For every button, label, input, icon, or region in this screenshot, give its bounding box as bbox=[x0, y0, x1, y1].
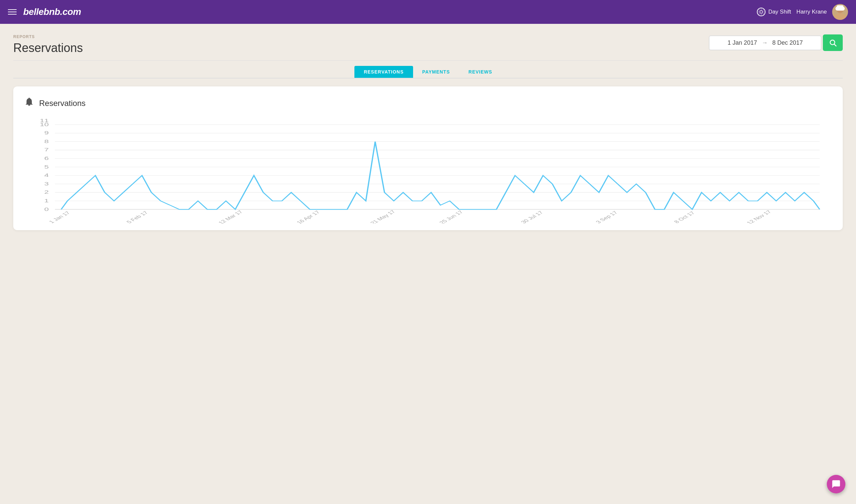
svg-text:6: 6 bbox=[44, 156, 49, 161]
app-logo: bellebnb.com bbox=[23, 7, 81, 17]
svg-text:12 Mar 17: 12 Mar 17 bbox=[217, 210, 244, 223]
tabs-row: RESERVATIONS PAYMENTS REVIEWS bbox=[13, 66, 843, 78]
svg-text:11: 11 bbox=[40, 118, 49, 123]
svg-text:7: 7 bbox=[44, 147, 49, 152]
date-arrow: → bbox=[762, 39, 768, 47]
svg-line-8 bbox=[763, 10, 764, 10]
tab-payments[interactable]: PAYMENTS bbox=[413, 66, 459, 78]
svg-text:12 Nov 17: 12 Nov 17 bbox=[745, 210, 773, 223]
tab-reservations[interactable]: RESERVATIONS bbox=[355, 66, 413, 78]
svg-line-14 bbox=[835, 44, 836, 47]
svg-text:2: 2 bbox=[44, 190, 49, 195]
menu-button[interactable] bbox=[8, 9, 17, 15]
tab-reviews[interactable]: REVIEWS bbox=[459, 66, 501, 78]
date-end: 8 Dec 2017 bbox=[772, 39, 803, 47]
svg-text:16 Apr 17: 16 Apr 17 bbox=[295, 210, 321, 223]
breadcrumb: REPORTS bbox=[13, 34, 83, 39]
svg-text:1: 1 bbox=[44, 198, 49, 203]
svg-text:5: 5 bbox=[44, 164, 49, 169]
page-title: Reservations bbox=[13, 41, 83, 55]
svg-text:25 Jun 17: 25 Jun 17 bbox=[438, 210, 465, 223]
date-search-row: 1 Jan 2017 → 8 Dec 2017 bbox=[709, 34, 843, 51]
bell-icon bbox=[24, 97, 34, 110]
svg-text:8: 8 bbox=[44, 139, 49, 144]
search-button[interactable] bbox=[823, 34, 843, 51]
svg-point-0 bbox=[760, 11, 763, 13]
date-range-picker[interactable]: 1 Jan 2017 → 8 Dec 2017 bbox=[709, 35, 822, 50]
svg-line-4 bbox=[763, 14, 764, 14]
page-header: REPORTS Reservations 1 Jan 2017 → 8 Dec … bbox=[13, 34, 843, 55]
chart-svg: 0 1 2 3 4 5 6 7 8 9 10 11 1 Jan 17 5 Feb… bbox=[24, 118, 832, 223]
main-content: REPORTS Reservations 1 Jan 2017 → 8 Dec … bbox=[0, 24, 856, 241]
svg-point-9 bbox=[834, 13, 847, 20]
svg-text:30 Jul 17: 30 Jul 17 bbox=[519, 210, 545, 223]
svg-text:21 May 17: 21 May 17 bbox=[369, 209, 397, 223]
svg-text:0: 0 bbox=[44, 206, 49, 212]
svg-rect-15 bbox=[28, 105, 30, 106]
svg-text:1 Jan 17: 1 Jan 17 bbox=[48, 211, 72, 223]
svg-text:5 Feb 17: 5 Feb 17 bbox=[125, 210, 150, 223]
date-start: 1 Jan 2017 bbox=[727, 39, 757, 47]
username-label: Harry Krane bbox=[796, 8, 827, 15]
day-shift-label: Day Shift bbox=[768, 8, 791, 15]
svg-text:3 Sep 17: 3 Sep 17 bbox=[595, 210, 619, 223]
svg-text:8 Oct 17: 8 Oct 17 bbox=[673, 211, 697, 223]
chart-title-row: Reservations bbox=[24, 97, 832, 110]
avatar[interactable] bbox=[832, 4, 848, 20]
svg-text:4: 4 bbox=[44, 173, 49, 178]
svg-text:9: 9 bbox=[44, 130, 49, 136]
svg-line-3 bbox=[759, 10, 759, 10]
app-header: bellebnb.com Day Shift Harry Krane bbox=[0, 0, 856, 24]
svg-text:3: 3 bbox=[44, 181, 49, 186]
chart-title-text: Reservations bbox=[39, 99, 86, 108]
day-shift-toggle[interactable]: Day Shift bbox=[757, 7, 791, 16]
chart-container: 0 1 2 3 4 5 6 7 8 9 10 11 1 Jan 17 5 Feb… bbox=[24, 118, 832, 223]
search-icon bbox=[829, 39, 837, 47]
svg-point-16 bbox=[29, 98, 30, 99]
svg-line-7 bbox=[759, 14, 759, 14]
svg-rect-12 bbox=[837, 5, 843, 8]
header-divider bbox=[13, 60, 843, 60]
chart-card: Reservations 0 1 2 bbox=[13, 86, 843, 230]
day-shift-icon bbox=[757, 7, 766, 16]
